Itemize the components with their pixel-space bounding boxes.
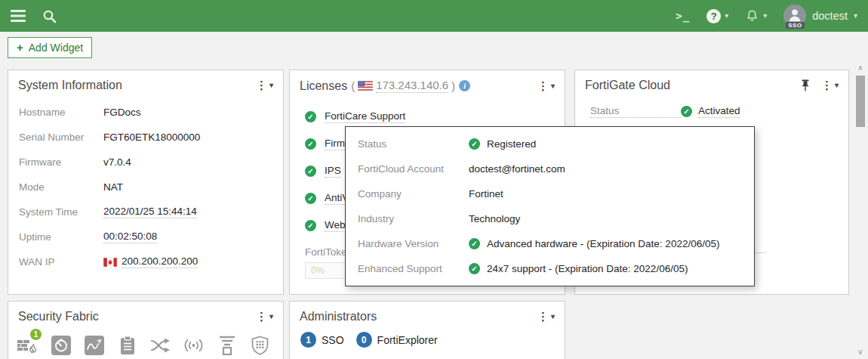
chevron-down-icon: ▾: [269, 82, 273, 89]
firewall-icon[interactable]: 1: [17, 335, 38, 355]
row-value: FGDocs: [103, 107, 141, 118]
wireless-icon[interactable]: [183, 335, 204, 355]
admin-item-fortiexplorer[interactable]: 0 FortiExplorer: [356, 332, 438, 348]
widget-title: System Information: [18, 79, 122, 92]
wan-ip-value[interactable]: 200.200.200.200: [122, 255, 198, 268]
system-information-widget: System Information ⋮▾ Hostname FGDocs Se…: [8, 70, 284, 295]
row-label: Status: [590, 105, 681, 118]
check-circle-icon: ✓: [305, 111, 316, 122]
paren-close: ): [451, 79, 455, 92]
popover-value: doctest@fortinet.com: [469, 163, 565, 175]
row-value: NAT: [103, 181, 123, 193]
table-row: Status ✓ Activated: [575, 96, 848, 118]
chevron-down-icon: ▾: [763, 12, 767, 20]
chevron-down-icon: ▾: [551, 82, 555, 90]
canada-flag-icon: [103, 258, 117, 267]
chevron-down-icon: ▾: [725, 12, 728, 20]
row-label: Uptime: [19, 231, 103, 243]
username: doctest: [812, 10, 848, 22]
popover-label: Company: [358, 188, 469, 200]
fortitoken-progress-value: 0%: [311, 265, 324, 276]
info-icon[interactable]: i: [459, 80, 470, 91]
admin-item-sso[interactable]: 1 SSO: [300, 332, 344, 348]
chevron-down-icon: ▾: [835, 82, 839, 89]
table-row: Firmware v7.0.4: [15, 150, 279, 175]
table-row: Serial Number FGT60ETK18000000: [15, 125, 279, 150]
popover-label: Hardware Version: [358, 238, 469, 249]
analyzer-icon[interactable]: [84, 335, 104, 355]
check-circle-icon: ✓: [469, 238, 480, 249]
shuffle-icon[interactable]: [150, 335, 171, 355]
popover-value: Fortinet: [469, 188, 503, 200]
count-badge: 1: [300, 332, 316, 348]
row-label: Mode: [19, 181, 103, 193]
uptime-value[interactable]: 00:02:50:08: [103, 231, 157, 243]
help-icon: ?: [706, 9, 721, 23]
license-label: IPS: [325, 165, 341, 178]
table-row: Uptime 00:02:50:08: [15, 224, 279, 249]
table-row: WAN IP 200.200.200.200: [15, 249, 279, 274]
row-label: System Time: [19, 206, 103, 218]
us-flag-icon: [358, 81, 373, 91]
row-value: v7.0.4: [103, 156, 131, 168]
table-row: Mode NAT: [15, 175, 279, 200]
row-label: Serial Number: [19, 132, 103, 143]
fortigate-dashboard: >_ ? ▾ ▾ SSO doctest ▾ +: [0, 0, 868, 359]
check-circle-icon: ✓: [305, 138, 316, 150]
widget-menu-icon[interactable]: ⋮▾: [537, 79, 555, 93]
license-server-ip[interactable]: 173.243.140.6: [376, 79, 448, 93]
row-label: Firmware: [19, 156, 103, 168]
widget-menu-icon[interactable]: ⋮▾: [256, 310, 273, 323]
user-menu[interactable]: SSO doctest ▾: [783, 5, 857, 27]
system-time-value[interactable]: 2022/01/25 15:44:14: [103, 206, 197, 218]
chevron-down-icon: ▾: [854, 12, 857, 20]
administrators-widget: Administrators ⋮▾ 1 SSO 0 FortiExplorer: [289, 301, 565, 359]
fortigate-cloud-status[interactable]: Activated: [698, 105, 740, 118]
notification-badge: 1: [30, 329, 42, 340]
row-value: FGT60ETK18000000: [103, 132, 200, 143]
add-widget-button[interactable]: + Add Widget: [8, 37, 92, 58]
row-label: Hostname: [19, 107, 103, 118]
plus-icon: +: [17, 41, 23, 54]
help-menu[interactable]: ? ▾: [706, 9, 728, 23]
vertical-scrollbar[interactable]: ∧ ∨: [854, 60, 866, 359]
chevron-down-icon: ▾: [551, 313, 555, 320]
check-circle-icon: ✓: [469, 138, 480, 150]
dashboard-toolbar: + Add Widget: [0, 32, 868, 60]
gauge-icon[interactable]: [51, 335, 71, 355]
pin-icon[interactable]: [800, 79, 811, 91]
notifications-menu[interactable]: ▾: [745, 8, 767, 23]
scrollbar-thumb[interactable]: [856, 76, 865, 127]
popover-row: Enhanced Support ✓24x7 support - (Expira…: [346, 256, 754, 281]
widget-menu-icon[interactable]: ⋮▾: [537, 310, 555, 323]
widget-menu-icon[interactable]: ⋮▾: [821, 79, 839, 92]
hamburger-menu-icon[interactable]: [11, 10, 26, 22]
scroll-down-icon[interactable]: ∨: [854, 348, 866, 356]
check-circle-icon: ✓: [305, 220, 316, 231]
switch-icon[interactable]: [217, 335, 237, 355]
popover-value: Technology: [469, 213, 520, 224]
popover-row: FortiCloud Account doctest@fortinet.com: [346, 156, 754, 181]
avatar: SSO: [783, 5, 806, 27]
widget-menu-icon[interactable]: ⋮▾: [256, 79, 273, 92]
chevron-down-icon: ▾: [269, 313, 273, 320]
admin-label: SSO: [322, 334, 344, 346]
license-label: Web: [325, 219, 346, 232]
check-circle-icon: ✓: [305, 193, 316, 204]
popover-value: 24x7 support - (Expiration Date: 2022/06…: [487, 263, 688, 274]
cli-console-icon[interactable]: >_: [676, 10, 690, 22]
popover-row: Industry Technology: [346, 206, 754, 231]
sso-badge: SSO: [786, 22, 804, 29]
shield-grid-icon[interactable]: [250, 335, 270, 355]
add-widget-label: Add Widget: [29, 42, 83, 54]
popover-value: Advanced hardware - (Expiration Date: 20…: [487, 238, 719, 249]
popover-label: Status: [358, 138, 469, 150]
widget-title: Security Fabric: [18, 310, 99, 323]
popover-label: FortiCloud Account: [358, 163, 469, 175]
clipboard-icon[interactable]: [117, 335, 137, 355]
search-icon[interactable]: [42, 9, 57, 23]
scroll-up-icon[interactable]: ∧: [854, 63, 866, 72]
popover-value: Registered: [487, 138, 536, 150]
table-row: Hostname FGDocs: [15, 100, 279, 125]
bell-icon: [745, 8, 759, 23]
